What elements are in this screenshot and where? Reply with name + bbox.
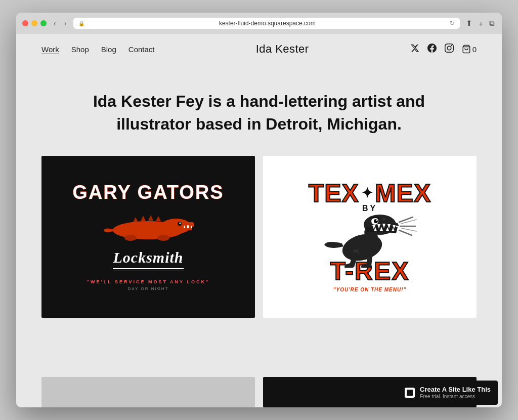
back-button[interactable]: ‹ <box>52 19 58 28</box>
gallery-grid: GARY GATORS <box>16 156 502 377</box>
gary-gators-subtitle: DAY OR NIGHT <box>127 286 168 291</box>
reload-icon: ↻ <box>450 20 455 27</box>
svg-marker-12 <box>133 217 138 222</box>
twitter-icon[interactable] <box>410 44 419 55</box>
mex-text: MEX <box>375 181 431 206</box>
badge-main-text: Create A Site Like This <box>420 386 491 394</box>
cart-icon[interactable]: 0 <box>462 45 477 54</box>
svg-rect-4 <box>181 226 192 230</box>
share-button[interactable]: ⬆ <box>465 18 473 29</box>
site-nav: Work Shop Blog Contact Ida Kester 0 <box>16 33 502 65</box>
hero-section: Ida Kester Fey is a hand-lettering artis… <box>16 65 502 156</box>
hero-text: Ida Kester Fey is a hand-lettering artis… <box>87 90 431 136</box>
windows-button[interactable]: ⧉ <box>488 18 496 29</box>
url-text: kester-fluid-demo.squarespace.com <box>88 20 447 27</box>
badge-text: Create A Site Like This Free trial. Inst… <box>420 386 491 400</box>
lock-icon: 🔒 <box>78 21 84 26</box>
instagram-icon[interactable] <box>445 44 454 55</box>
tex-mex-tagline: "YOU'RE ON THE MENU!" <box>333 287 407 292</box>
gator-illustration <box>103 206 194 244</box>
tex-mex-dash: ✦ <box>361 186 373 200</box>
nav-left: Work Shop Blog Contact <box>41 45 155 54</box>
squarespace-logo-inner <box>407 390 413 396</box>
squarespace-logo <box>405 388 415 398</box>
nav-right: 0 <box>410 44 477 55</box>
minimize-button[interactable] <box>31 20 37 26</box>
nav-shop[interactable]: Shop <box>71 45 89 54</box>
site-title: Ida Kester <box>256 43 309 56</box>
svg-point-11 <box>157 235 169 241</box>
svg-marker-15 <box>156 216 161 221</box>
squarespace-badge[interactable]: Create A Site Like This Free trial. Inst… <box>398 381 498 405</box>
gary-gators-title-line1: GARY GATORS <box>72 183 224 202</box>
svg-marker-13 <box>141 216 146 221</box>
gary-gators-card[interactable]: GARY GATORS <box>41 156 255 318</box>
new-tab-button[interactable]: + <box>478 18 484 29</box>
svg-rect-7 <box>184 226 185 228</box>
gary-gators-tagline: "WE'LL SERVICE MOST ANY LOCK" <box>87 279 209 284</box>
svg-point-31 <box>382 218 385 220</box>
cart-count: 0 <box>472 45 477 54</box>
svg-point-6 <box>180 222 181 224</box>
bottom-card-left[interactable] <box>41 377 255 407</box>
svg-point-30 <box>376 220 378 221</box>
svg-rect-8 <box>187 225 189 228</box>
dino-illustration <box>319 207 420 268</box>
nav-work[interactable]: Work <box>41 45 59 54</box>
address-bar[interactable]: 🔒 kester-fluid-demo.squarespace.com ↻ <box>73 18 460 29</box>
maximize-button[interactable] <box>40 20 47 26</box>
nav-blog[interactable]: Blog <box>101 45 116 54</box>
tex-text: TEX <box>309 181 359 206</box>
browser-window: ‹ › 🔒 kester-fluid-demo.squarespace.com … <box>16 13 502 407</box>
forward-button[interactable]: › <box>62 19 69 28</box>
browser-chrome: ‹ › 🔒 kester-fluid-demo.squarespace.com … <box>16 13 502 33</box>
svg-point-16 <box>339 230 385 265</box>
site-content: Work Shop Blog Contact Ida Kester 0 <box>16 33 502 407</box>
svg-marker-14 <box>148 215 153 221</box>
badge-sub-text: Free trial. Instant access. <box>420 394 491 400</box>
browser-actions: ⬆ + ⧉ <box>465 18 496 29</box>
locksmith-text: Locksmith <box>113 249 183 271</box>
tex-mex-card[interactable]: TEX ✦ MEX BY <box>263 156 477 318</box>
close-button[interactable] <box>22 20 28 26</box>
traffic-lights <box>22 20 47 26</box>
svg-rect-9 <box>191 226 192 228</box>
svg-point-10 <box>124 235 137 241</box>
browser-controls: ‹ › <box>52 19 68 28</box>
tex-mex-title-row: TEX ✦ MEX <box>309 181 431 206</box>
nav-contact[interactable]: Contact <box>128 45 155 54</box>
facebook-icon[interactable] <box>427 44 437 55</box>
